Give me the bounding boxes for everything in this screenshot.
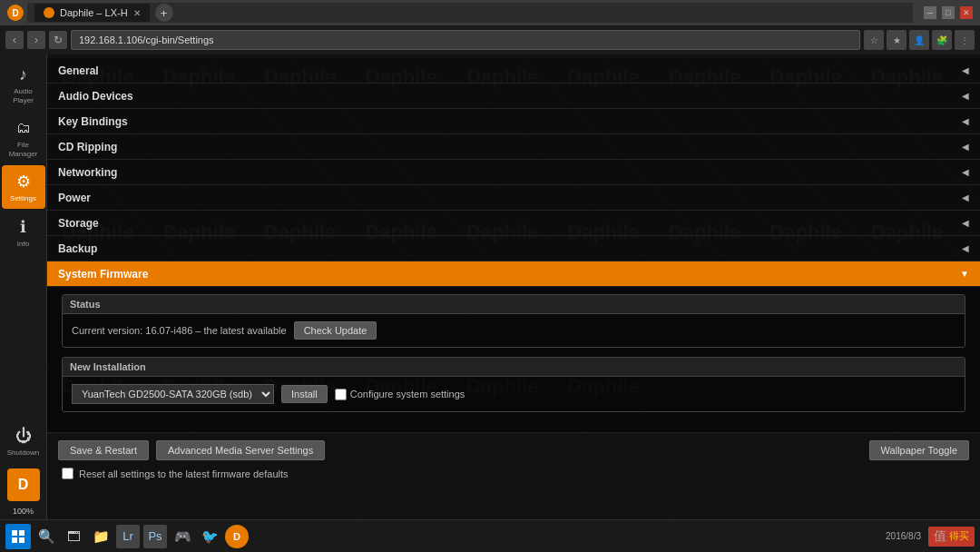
sidebar-item-info[interactable]: ℹ Info bbox=[2, 211, 45, 254]
sidebar-label-audio-player: Audio Player bbox=[5, 87, 42, 104]
menu-section-cd-ripping: CD Ripping ◀ bbox=[47, 134, 980, 160]
reset-label-row: Reset all settings to the latest firmwar… bbox=[47, 468, 980, 487]
svg-rect-2 bbox=[12, 537, 17, 543]
menu-item-key-bindings[interactable]: Key Bindings ◀ bbox=[47, 109, 980, 134]
menu-label-power: Power bbox=[58, 192, 91, 204]
start-btn[interactable] bbox=[5, 524, 31, 549]
drive-select[interactable]: YuanTech GD2500-SATA 320GB (sdb) bbox=[72, 384, 274, 404]
menu-section-system-firmware: System Firmware ▼ Status Current version… bbox=[47, 261, 980, 433]
menu-section-power: Power ◀ bbox=[47, 185, 980, 211]
taskbar-browser[interactable]: D bbox=[225, 525, 249, 548]
sidebar-item-file-manager[interactable]: 🗂 File Manager bbox=[2, 112, 45, 163]
chevron-system-firmware: ▼ bbox=[960, 269, 969, 279]
menu-label-key-bindings: Key Bindings bbox=[58, 115, 128, 128]
menu-item-cd-ripping[interactable]: CD Ripping ◀ bbox=[47, 134, 980, 160]
menu-label-cd-ripping: CD Ripping bbox=[58, 141, 117, 153]
addressbar-row: ‹ › ↻ ☆ ★ 👤 🧩 ⋮ bbox=[0, 25, 980, 54]
menu-section-storage: Storage ◀ bbox=[47, 211, 980, 236]
star-btn[interactable]: ★ bbox=[887, 30, 906, 50]
menu-item-audio-devices[interactable]: Audio Devices ◀ bbox=[47, 84, 980, 109]
chevron-general: ◀ bbox=[962, 65, 969, 75]
app-area: ♪ Audio Player 🗂 File Manager ⚙ Settings… bbox=[0, 54, 980, 519]
chevron-storage: ◀ bbox=[962, 218, 969, 228]
browser-window: D Daphile – LX-H ✕ + ─ □ ✕ ‹ › ↻ ☆ ★ 👤 bbox=[0, 0, 980, 552]
firmware-expanded-section: Status Current version: 16.07-i486 – the… bbox=[47, 287, 980, 433]
chevron-cd-ripping: ◀ bbox=[962, 142, 969, 152]
titlebar: D Daphile – LX-H ✕ + ─ □ ✕ bbox=[0, 0, 980, 25]
taskbar-photoshop[interactable]: Ps bbox=[143, 525, 167, 548]
minimize-btn[interactable]: ─ bbox=[924, 6, 936, 19]
taskbar-right: 2016/8/3 值 得买 bbox=[886, 527, 975, 547]
settings-icon: ⚙ bbox=[13, 171, 34, 192]
menu-section-general: General ◀ bbox=[47, 58, 980, 84]
svg-rect-1 bbox=[19, 530, 24, 536]
menu-label-audio-devices: Audio Devices bbox=[58, 90, 133, 103]
tab-close-btn[interactable]: ✕ bbox=[133, 8, 141, 18]
back-btn[interactable]: ‹ bbox=[5, 31, 24, 49]
address-input[interactable] bbox=[71, 30, 860, 50]
taskbar-game[interactable]: 🎮 bbox=[171, 525, 194, 548]
taskbar: 🔍 🗔 📁 Lr Ps 🎮 🐦 D 2016/8/3 值 得买 bbox=[0, 519, 980, 552]
menu-label-networking: Networking bbox=[58, 166, 117, 179]
maximize-btn[interactable]: □ bbox=[942, 6, 955, 19]
taskbar-bird[interactable]: 🐦 bbox=[198, 525, 221, 548]
install-btn[interactable]: Install bbox=[281, 385, 328, 403]
chevron-networking: ◀ bbox=[962, 167, 969, 177]
sidebar: ♪ Audio Player 🗂 File Manager ⚙ Settings… bbox=[0, 54, 47, 519]
active-tab[interactable]: Daphile – LX-H ✕ bbox=[34, 4, 150, 22]
configure-checkbox[interactable] bbox=[335, 389, 347, 400]
check-update-btn[interactable]: Check Update bbox=[294, 321, 377, 340]
bookmark-btn[interactable]: ☆ bbox=[864, 30, 884, 50]
advanced-btn[interactable]: Advanced Media Server Settings bbox=[156, 440, 325, 460]
forward-btn[interactable]: › bbox=[27, 31, 45, 49]
new-tab-btn[interactable]: + bbox=[155, 4, 173, 22]
menu-item-backup[interactable]: Backup ◀ bbox=[47, 236, 980, 261]
shutdown-icon: ⏻ bbox=[13, 425, 34, 447]
taskbar-time: 2016/8/3 bbox=[886, 531, 921, 541]
wallpaper-toggle-btn[interactable]: Wallpaper Toggle bbox=[869, 440, 969, 460]
menu-section-audio-devices: Audio Devices ◀ bbox=[47, 84, 980, 109]
status-group-title: Status bbox=[63, 295, 965, 314]
menu-btn[interactable]: ⋮ bbox=[955, 30, 975, 50]
taskbar-file-explorer[interactable]: 📁 bbox=[89, 525, 113, 548]
volume-percentage: 100% bbox=[13, 507, 34, 516]
sidebar-label-settings: Settings bbox=[10, 194, 36, 203]
taskbar-lightroom[interactable]: Lr bbox=[116, 525, 140, 548]
configure-label[interactable]: Configure system settings bbox=[335, 389, 466, 400]
menu-section-key-bindings: Key Bindings ◀ bbox=[47, 109, 980, 134]
menu-item-networking[interactable]: Networking ◀ bbox=[47, 160, 980, 185]
status-group-content: Current version: 16.07-i486 – the latest… bbox=[63, 314, 965, 347]
extension-btn[interactable]: 🧩 bbox=[932, 30, 952, 50]
menu-item-general[interactable]: General ◀ bbox=[47, 58, 980, 84]
menu-item-power[interactable]: Power ◀ bbox=[47, 185, 980, 211]
svg-rect-3 bbox=[19, 537, 24, 543]
save-restart-btn[interactable]: Save & Restart bbox=[58, 440, 149, 460]
close-btn[interactable]: ✕ bbox=[960, 6, 973, 19]
refresh-btn[interactable]: ↻ bbox=[49, 31, 67, 49]
profile-btn[interactable]: 👤 bbox=[909, 30, 929, 50]
chevron-key-bindings: ◀ bbox=[962, 116, 969, 126]
chevron-audio-devices: ◀ bbox=[962, 91, 969, 101]
menu-item-system-firmware[interactable]: System Firmware ▼ bbox=[47, 261, 980, 287]
sidebar-item-shutdown[interactable]: ⏻ Shutdown bbox=[2, 419, 45, 463]
watermark-badge[interactable]: 值 得买 bbox=[928, 527, 975, 547]
firmware-status-group: Status Current version: 16.07-i486 – the… bbox=[62, 294, 965, 348]
taskbar-task-view[interactable]: 🗔 bbox=[62, 525, 85, 548]
tab-label: Daphile – LX-H bbox=[60, 7, 128, 18]
tab-bar: Daphile – LX-H ✕ + bbox=[27, 3, 913, 23]
window-controls: ─ □ ✕ bbox=[924, 6, 973, 19]
taskbar-search[interactable]: 🔍 bbox=[34, 525, 58, 548]
tab-favicon bbox=[44, 7, 54, 18]
bottom-actions: Save & Restart Advanced Media Server Set… bbox=[47, 433, 980, 468]
sidebar-item-audio-player[interactable]: ♪ Audio Player bbox=[2, 58, 45, 110]
menu-item-storage[interactable]: Storage ◀ bbox=[47, 211, 980, 236]
install-group-content: YuanTech GD2500-SATA 320GB (sdb) Install… bbox=[63, 377, 965, 411]
chevron-backup: ◀ bbox=[962, 243, 969, 253]
daphile-logo-btn[interactable]: D bbox=[7, 468, 40, 501]
sidebar-label-shutdown: Shutdown bbox=[7, 448, 40, 458]
audio-player-icon: ♪ bbox=[13, 64, 34, 85]
menu-section-networking: Networking ◀ bbox=[47, 160, 980, 185]
reset-checkbox[interactable] bbox=[62, 468, 74, 479]
browser-actions: ☆ ★ 👤 🧩 ⋮ bbox=[864, 30, 975, 50]
sidebar-item-settings[interactable]: ⚙ Settings bbox=[2, 165, 45, 209]
